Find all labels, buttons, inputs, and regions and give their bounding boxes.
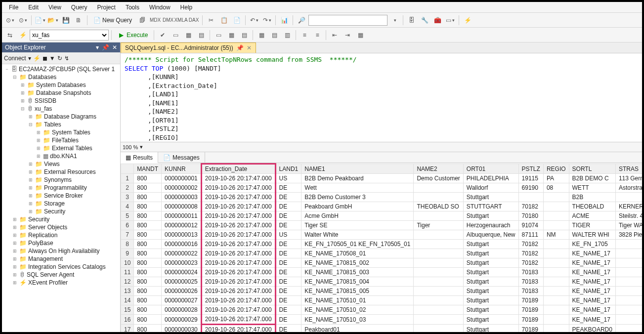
open-button[interactable]: 📂 [47, 14, 59, 26]
cell[interactable]: Wett [301, 183, 414, 193]
cell[interactable]: 70182 [518, 258, 543, 268]
expander-icon[interactable]: ⊞ [36, 130, 42, 135]
cell[interactable]: 0000000016 [162, 240, 202, 249]
cell[interactable]: Walter White [301, 230, 414, 240]
tree-item[interactable]: ⊟🛢xu_fas [2, 105, 120, 113]
cell[interactable]: B2B DEMO C [569, 174, 615, 183]
cell[interactable]: 800 [134, 268, 162, 277]
cell[interactable] [414, 183, 463, 193]
cell[interactable]: 800 [134, 325, 162, 333]
cell[interactable] [414, 277, 463, 287]
col-header[interactable]: STRAS [615, 164, 642, 174]
expander-icon[interactable]: ⊞ [36, 138, 42, 143]
zoom-level[interactable]: 100 % [123, 144, 138, 150]
col-header[interactable] [121, 164, 134, 174]
cell[interactable]: 2019-10-26 20:17:47.000 [201, 183, 275, 193]
cell[interactable] [615, 287, 642, 296]
menu-tools[interactable]: Tools [121, 3, 144, 11]
refresh-button[interactable]: ↻ [57, 55, 62, 62]
tree-item[interactable]: ⊞📁External Resources [2, 168, 120, 176]
cell[interactable] [543, 240, 569, 249]
btn3[interactable]: ▤ [238, 29, 250, 41]
cell[interactable]: 70189 [518, 325, 543, 333]
col-header[interactable]: NAME1 [301, 164, 414, 174]
cell[interactable]: 2019-10-26 20:17:47.000 [201, 268, 275, 277]
window-list-button[interactable]: ▭ [444, 14, 456, 26]
cell[interactable] [615, 240, 642, 249]
include-stats-button[interactable]: ▦ [182, 29, 194, 41]
expander-icon[interactable]: ⊞ [12, 249, 18, 253]
cell[interactable]: KE_NAME_17 [569, 268, 615, 277]
col-header[interactable]: REGIO [543, 164, 569, 174]
cell[interactable]: DE [275, 305, 301, 315]
cell[interactable]: KERNERSTRASSE 50 [615, 202, 642, 211]
cell[interactable]: 2019-10-26 20:17:47.000 [201, 325, 275, 333]
connect-label[interactable]: Connect [4, 55, 26, 62]
tab-results[interactable]: ▦ Results [121, 152, 158, 163]
cell[interactable]: KE_NAME_17 [569, 296, 615, 305]
cell[interactable]: 2019-10-26 20:17:47.000 [201, 193, 275, 202]
activity-monitor-button[interactable]: 📊 [278, 14, 290, 26]
cell[interactable] [615, 258, 642, 268]
cell[interactable]: KE_NAME_170815_004 [301, 277, 414, 287]
cell[interactable]: KE_NAME_17 [569, 305, 615, 315]
cell[interactable]: 87111 [518, 230, 543, 240]
cell[interactable]: DE [275, 249, 301, 258]
btn2[interactable]: ▦ [225, 29, 237, 41]
menu-file[interactable]: File [4, 3, 23, 11]
tree-item[interactable]: ⊞▦dbo.KNA1 [2, 152, 120, 160]
cell[interactable]: 70182 [518, 202, 543, 211]
disconnect-button[interactable]: ⚡ [33, 55, 41, 62]
menu-view[interactable]: View [43, 3, 66, 11]
tree-item[interactable]: ⊞📁External Tables [2, 144, 120, 152]
cell[interactable]: 0000000023 [162, 258, 202, 268]
cell[interactable]: 2019-10-26 20:17:47.000 [201, 287, 275, 296]
cell[interactable]: B2B Demo Customer 3 [301, 193, 414, 202]
cell[interactable]: 2019-10-26 20:17:47.000 [201, 240, 275, 249]
parse-button[interactable]: ✔ [157, 29, 169, 41]
tree-item[interactable]: ⊞📁Programmability [2, 184, 120, 192]
cell[interactable]: 800 [134, 315, 162, 325]
cell[interactable]: Stuttgart [463, 249, 518, 258]
dax-button[interactable]: DAX [188, 14, 200, 26]
cell[interactable] [414, 258, 463, 268]
expander-icon[interactable]: ⊟ [28, 122, 34, 127]
cell[interactable]: Stuttgart [463, 315, 518, 325]
comment-button[interactable]: ≡ [299, 29, 310, 41]
expander-icon[interactable]: ⊞ [12, 264, 18, 269]
cell[interactable]: 2019-10-26 20:17:47.000 [201, 249, 275, 258]
cell[interactable]: 0000000025 [162, 277, 202, 287]
tree-item[interactable]: ⊞🛢SQL Server Agent [2, 271, 120, 279]
expander-icon[interactable]: ⊞ [12, 256, 18, 261]
zoom-dropdown-icon[interactable]: ▾ [140, 144, 143, 150]
menu-edit[interactable]: Edit [23, 3, 43, 11]
expander-icon[interactable]: ⊟ [20, 106, 26, 111]
cell[interactable]: 3828 Piermont Dr NE [615, 230, 642, 240]
outdent-button[interactable]: ⇥ [342, 29, 353, 41]
cell[interactable]: 2019-10-26 20:17:47.000 [201, 277, 275, 287]
cell[interactable]: Stuttgart [463, 258, 518, 268]
cell[interactable]: KE_FN_1705 [569, 240, 615, 249]
cell[interactable]: 17 [121, 325, 134, 333]
expander-icon[interactable]: ⊞ [28, 169, 34, 174]
cell[interactable]: US [275, 230, 301, 240]
expander-icon[interactable]: ⊞ [12, 272, 18, 277]
dropdown-icon[interactable]: ▾ [96, 44, 99, 51]
cell[interactable] [543, 325, 569, 333]
cell[interactable] [615, 249, 642, 258]
cell[interactable]: 70183 [518, 268, 543, 277]
cell[interactable]: 0000000030 [162, 325, 202, 333]
cell[interactable] [414, 287, 463, 296]
indent-button[interactable]: ⇤ [329, 29, 341, 41]
cell[interactable]: 2019-10-26 20:17:47.000 [201, 230, 275, 240]
cell[interactable]: 70189 [518, 315, 543, 325]
cell[interactable] [414, 193, 463, 202]
tree-item[interactable]: ⊞📁System Databases [2, 81, 120, 89]
properties-button[interactable]: 🔧 [419, 14, 430, 26]
specify-values-button[interactable]: ▦ [354, 29, 366, 41]
cell[interactable] [615, 305, 642, 315]
cell[interactable]: 800 [134, 258, 162, 268]
expander-icon[interactable]: ⊞ [12, 225, 18, 230]
cell[interactable]: 2019-10-26 20:17:47.000 [201, 305, 275, 315]
col-header[interactable]: KUNNR [162, 164, 202, 174]
